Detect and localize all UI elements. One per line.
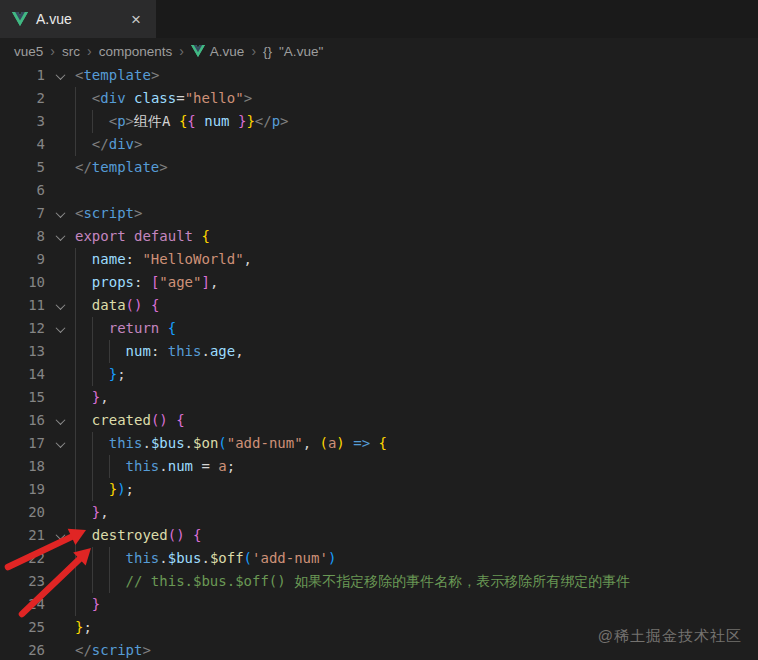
chevron-right-icon: › xyxy=(87,43,92,59)
code-token xyxy=(75,596,92,612)
chevron-down-icon[interactable] xyxy=(55,415,65,425)
code-line[interactable]: 14 }; xyxy=(0,363,758,386)
indent-guide xyxy=(109,547,110,570)
code-token: ; xyxy=(83,619,91,635)
line-number: 25 xyxy=(0,616,45,639)
code-token: { xyxy=(168,320,176,336)
symbol-braces-icon[interactable]: {} xyxy=(263,44,272,59)
code-token: ( xyxy=(168,527,176,543)
breadcrumb-item-a-vue[interactable]: A.vue xyxy=(191,44,245,59)
line-number: 3 xyxy=(0,110,45,133)
indent-guide xyxy=(75,547,76,570)
code-line[interactable]: 13 num: this.age, xyxy=(0,340,758,363)
code-line[interactable]: 4 </div> xyxy=(0,133,758,156)
line-number: 21 xyxy=(0,524,45,547)
code-line[interactable]: 20 }, xyxy=(0,501,758,524)
chevron-down-icon[interactable] xyxy=(55,438,65,448)
code-token: p xyxy=(272,113,280,129)
indent-guide xyxy=(75,110,76,133)
chevron-down-icon[interactable] xyxy=(55,323,65,333)
gutter-fold-column xyxy=(45,294,75,317)
code-token: = xyxy=(176,90,184,106)
indent-guide xyxy=(75,501,76,524)
code-line[interactable]: 16 created() { xyxy=(0,409,758,432)
chevron-down-icon[interactable] xyxy=(55,231,65,241)
indent-guide xyxy=(92,455,93,478)
code-line[interactable]: 11 data() { xyxy=(0,294,758,317)
chevron-down-icon[interactable] xyxy=(55,300,65,310)
code-line[interactable]: 12 return { xyxy=(0,317,758,340)
code-token: age xyxy=(210,343,235,359)
code-token: p xyxy=(117,113,125,129)
indent-guide xyxy=(92,547,93,570)
code-line[interactable]: 1<template> xyxy=(0,64,758,87)
code-token: </ xyxy=(255,113,272,129)
code-token: . xyxy=(185,435,193,451)
tab-a-vue[interactable]: A.vue × xyxy=(0,0,156,38)
code-line[interactable]: 17 this.$bus.$on("add-num", (a) => { xyxy=(0,432,758,455)
code-token: div xyxy=(109,136,134,152)
code-token xyxy=(75,136,92,152)
breadcrumb-item-vue5[interactable]: vue5 xyxy=(14,44,43,59)
watermark: @稀土掘金技术社区 xyxy=(598,627,742,646)
gutter-fold-column xyxy=(45,202,75,225)
code-token: ) xyxy=(336,435,344,451)
code-line[interactable]: 10 props: ["age"], xyxy=(0,271,758,294)
breadcrumb: vue5 › src › components › A.vue › {} "A.… xyxy=(0,38,758,64)
code-token: $on xyxy=(193,435,218,451)
code-line[interactable]: 2 <div class="hello"> xyxy=(0,87,758,110)
chevron-down-icon[interactable] xyxy=(55,208,65,218)
code-line[interactable]: 9 name: "HelloWorld", xyxy=(0,248,758,271)
code-line[interactable]: 7<script> xyxy=(0,202,758,225)
code-token: ) xyxy=(117,481,125,497)
code-token: return xyxy=(109,320,160,336)
code-token: . xyxy=(201,550,209,566)
code-editor[interactable]: 1<template>2 <div class="hello">3 <p>组件A… xyxy=(0,64,758,660)
code-line[interactable]: 5</template> xyxy=(0,156,758,179)
indent-guide xyxy=(92,363,93,386)
indent-guide xyxy=(92,110,93,133)
code-token: "hello" xyxy=(185,90,244,106)
code-line[interactable]: 24 } xyxy=(0,593,758,616)
code-line[interactable]: 21 destroyed() { xyxy=(0,524,758,547)
code-token: { xyxy=(151,297,159,313)
code-token xyxy=(75,504,92,520)
line-number: 20 xyxy=(0,501,45,524)
close-icon[interactable]: × xyxy=(128,10,144,29)
line-number: 17 xyxy=(0,432,45,455)
chevron-down-icon[interactable] xyxy=(55,70,65,80)
line-number: 13 xyxy=(0,340,45,363)
breadcrumb-file-label: A.vue xyxy=(210,44,245,59)
line-number: 7 xyxy=(0,202,45,225)
line-number: 4 xyxy=(0,133,45,156)
indent-guide xyxy=(75,317,76,340)
code-line[interactable]: 23 // this.$bus.$off() 如果不指定移除的事件名称，表示移除… xyxy=(0,570,758,593)
code-token xyxy=(168,412,176,428)
indent-guide xyxy=(75,248,76,271)
code-token: , xyxy=(303,435,320,451)
indent-guide xyxy=(109,570,110,593)
code-token xyxy=(75,297,92,313)
code-line[interactable]: 18 this.num = a; xyxy=(0,455,758,478)
code-token xyxy=(75,550,126,566)
chevron-down-icon[interactable] xyxy=(55,530,65,540)
breadcrumb-item-components[interactable]: components xyxy=(99,44,173,59)
code-line[interactable]: 3 <p>组件A {{ num }}</p> xyxy=(0,110,758,133)
code-token: template xyxy=(92,159,159,175)
code-token: export xyxy=(75,228,126,244)
code-line[interactable]: 6 xyxy=(0,179,758,202)
code-line[interactable]: 22 this.$bus.$off('add-num') xyxy=(0,547,758,570)
chevron-right-icon: › xyxy=(179,43,184,59)
breadcrumb-item-src[interactable]: src xyxy=(62,44,80,59)
line-number: 23 xyxy=(0,570,45,593)
code-token: , xyxy=(244,251,252,267)
code-token: $bus xyxy=(151,435,185,451)
code-line[interactable]: 8export default { xyxy=(0,225,758,248)
code-token: name xyxy=(92,251,126,267)
breadcrumb-item-symbol-a-vue[interactable]: "A.vue" xyxy=(279,44,323,59)
code-token xyxy=(159,320,167,336)
code-token: destroyed xyxy=(92,527,168,543)
code-line[interactable]: 15 }, xyxy=(0,386,758,409)
code-line[interactable]: 19 }); xyxy=(0,478,758,501)
code-token: { xyxy=(187,113,195,129)
